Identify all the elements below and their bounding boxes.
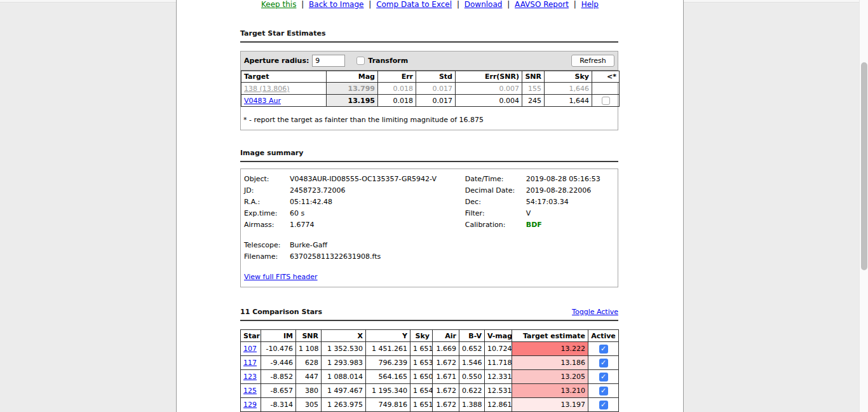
- air-cell: 1.672: [433, 356, 459, 370]
- target-estimate-cell: 13.197: [512, 398, 588, 412]
- target-col-header: Target: [241, 71, 327, 83]
- vmag-cell: 12.331: [485, 370, 512, 384]
- fainter-checkbox[interactable]: [602, 97, 610, 105]
- star-id-cell: 117: [241, 356, 261, 370]
- vertical-scrollbar[interactable]: [859, 0, 868, 412]
- summary-field-label: Calibration:: [465, 219, 526, 231]
- nav-link-back-to-image[interactable]: Back to Image: [309, 0, 363, 9]
- limiting-magnitude-footnote: * - report the target as fainter than th…: [241, 107, 618, 130]
- nav-separator: |: [571, 0, 579, 9]
- summary-field-value: V0483AUR-ID08555-OC135357-GR5942-V: [290, 174, 437, 185]
- nav-link-aavso-report[interactable]: AAVSO Report: [515, 0, 569, 9]
- toggle-active-link[interactable]: Toggle Active: [572, 308, 618, 316]
- snr-cell: 1 108: [296, 342, 322, 356]
- star-id-cell: 125: [241, 384, 261, 398]
- refresh-button[interactable]: Refresh: [571, 55, 614, 67]
- y-cell: 796.239: [366, 356, 410, 370]
- comparison-table-header-row: StarIMSNRXYSkyAirB-VV-magTarget estimate…: [241, 330, 619, 342]
- summary-field-row: Dec:54:17:03.34: [465, 196, 614, 208]
- active-checkbox[interactable]: ✓: [599, 345, 608, 354]
- snr-cell: 245: [522, 95, 545, 107]
- x-cell: 1 088.014: [322, 370, 366, 384]
- comparison-stars-title: 11 Comparison Stars: [240, 308, 322, 316]
- sky-cell: 1,644: [545, 95, 592, 107]
- comparison-star-row: 123-8.8524471 088.014564.1651 6501.6710.…: [241, 370, 619, 384]
- nav-separator: |: [505, 0, 512, 9]
- aperture-radius-input[interactable]: [312, 55, 345, 67]
- summary-field-row: Date/Time:2019-08-28 05:16:53: [465, 174, 614, 185]
- y-cell: 1 451.261: [366, 342, 410, 356]
- vmag-cell: 11.718: [485, 356, 512, 370]
- summary-field-label: Telescope:: [244, 240, 290, 251]
- target-name-cell: V0483 Aur: [241, 95, 327, 107]
- target-estimate-cell: 13.205: [512, 370, 588, 384]
- im-cell: -8.657: [261, 384, 296, 398]
- active-checkbox[interactable]: ✓: [599, 359, 608, 367]
- nav-link-download[interactable]: Download: [465, 0, 503, 9]
- summary-field-label: Decimal Date:: [465, 185, 526, 196]
- summary-field-label: R.A.:: [244, 196, 290, 208]
- summary-field-value: 54:17:03.34: [526, 196, 569, 208]
- summary-field-value: 2458723.72006: [290, 185, 345, 196]
- target-estimates-table: TargetMagErrStdErr(SNR)SNRSky<* 138 (13.…: [241, 71, 620, 107]
- active-checkbox[interactable]: ✓: [599, 373, 608, 381]
- nav-separator: |: [299, 0, 306, 9]
- comparison-col-header: X: [322, 330, 366, 342]
- vmag-cell: 12.531: [485, 384, 512, 398]
- comparison-star-row: 107-10.4761 1081 352.5301 451.2611 6511.…: [241, 342, 619, 356]
- x-cell: 1 293.983: [322, 356, 366, 370]
- star-link[interactable]: 107: [243, 345, 257, 353]
- summary-field-value: 2019-08-28.22006: [526, 185, 591, 196]
- nav-link-comp-data-to-excel[interactable]: Comp Data to Excel: [376, 0, 452, 9]
- fainter-flag-cell: [592, 83, 620, 95]
- err-snr-cell: 0.004: [456, 95, 522, 107]
- air-cell: 1.671: [433, 370, 459, 384]
- summary-field-row: R.A.:05:11:42.48: [244, 196, 465, 208]
- target-name-cell: 138 (13.806): [241, 83, 327, 95]
- active-checkbox[interactable]: ✓: [599, 401, 608, 409]
- std-cell: 0.017: [416, 83, 456, 95]
- comparison-col-header: Sky: [410, 330, 433, 342]
- star-link[interactable]: 129: [243, 401, 257, 409]
- im-cell: -8.314: [261, 398, 296, 412]
- im-cell: -9.446: [261, 356, 296, 370]
- vmag-cell: 12.861: [485, 398, 512, 412]
- star-link[interactable]: 117: [243, 359, 257, 367]
- mag-cell: 13.195: [327, 95, 378, 107]
- bv-cell: 0.652: [459, 342, 485, 356]
- err-cell: 0.018: [378, 83, 416, 95]
- im-cell: -8.852: [261, 370, 296, 384]
- im-cell: -10.476: [261, 342, 296, 356]
- view-fits-header-link[interactable]: View full FITS header: [244, 271, 318, 283]
- summary-field-row: Telescope:Burke-Gaff: [244, 240, 465, 251]
- comparison-col-header: SNR: [296, 330, 322, 342]
- target-table-row: V0483 Aur13.1950.0180.0170.0042451,644: [241, 95, 620, 107]
- star-link[interactable]: 123: [243, 373, 257, 381]
- target-table-header-row: TargetMagErrStdErr(SNR)SNRSky<*: [241, 71, 620, 83]
- summary-field-row: Filter:V: [465, 208, 614, 219]
- sky-cell: 1 650: [410, 370, 433, 384]
- star-id-cell: 107: [241, 342, 261, 356]
- star-link[interactable]: 125: [243, 387, 257, 395]
- summary-field-value: 2019-08-28 05:16:53: [526, 174, 600, 185]
- vmag-cell: 10.724: [485, 342, 512, 356]
- target-col-header: <*: [592, 71, 620, 83]
- comparison-col-header: V-mag: [485, 330, 512, 342]
- summary-field-label: Filename:: [244, 251, 290, 263]
- target-star-link[interactable]: V0483 Aur: [244, 97, 281, 105]
- transform-checkbox[interactable]: [356, 57, 365, 65]
- sky-cell: 1 654: [410, 384, 433, 398]
- comparison-col-header: Target estimate: [512, 330, 588, 342]
- target-star-link[interactable]: 138 (13.806): [244, 85, 290, 93]
- active-checkbox[interactable]: ✓: [599, 387, 608, 395]
- nav-separator: |: [366, 0, 374, 9]
- summary-field-value: 1.6774: [290, 219, 315, 231]
- divider: [240, 41, 618, 43]
- aperture-toolbar: Aperture radius: Transform Refresh: [241, 52, 618, 71]
- summary-field-label: Date/Time:: [465, 174, 526, 185]
- nav-link-keep-this[interactable]: Keep this: [261, 0, 296, 9]
- nav-link-help[interactable]: Help: [581, 0, 599, 9]
- scrollbar-thumb[interactable]: [861, 62, 867, 270]
- summary-field-label: Exp.time:: [244, 208, 290, 219]
- image-summary-box: Object:V0483AUR-ID08555-OC135357-GR5942-…: [240, 168, 618, 287]
